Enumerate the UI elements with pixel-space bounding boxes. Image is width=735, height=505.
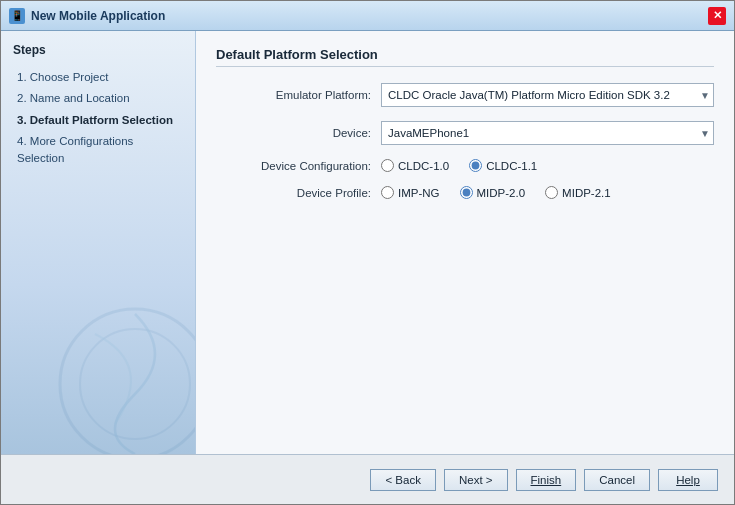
section-title: Default Platform Selection (216, 47, 714, 67)
device-profile-midp20-radio[interactable] (460, 186, 473, 199)
steps-list: 1. Choose Project 2. Name and Location 3… (13, 67, 183, 169)
device-config-cldc10[interactable]: CLDC-1.0 (381, 159, 449, 172)
device-config-control: CLDC-1.0 CLDC-1.1 (381, 159, 714, 172)
device-config-cldc11-radio[interactable] (469, 159, 482, 172)
device-label: Device: (216, 127, 381, 139)
device-config-row: Device Configuration: CLDC-1.0 CLDC-1.1 (216, 159, 714, 172)
sidebar: Steps 1. Choose Project 2. Name and Loca… (1, 31, 196, 454)
close-button[interactable]: ✕ (708, 7, 726, 25)
device-profile-midp20[interactable]: MIDP-2.0 (460, 186, 526, 199)
device-config-label: Device Configuration: (216, 160, 381, 172)
next-button[interactable]: Next > (444, 469, 508, 491)
title-bar-left: 📱 New Mobile Application (9, 8, 165, 24)
step-4: 4. More Configurations Selection (13, 131, 183, 170)
dialog-title: New Mobile Application (31, 9, 165, 23)
device-profile-impng-radio[interactable] (381, 186, 394, 199)
device-config-cldc11-label: CLDC-1.1 (486, 160, 537, 172)
emulator-platform-row: Emulator Platform: CLDC Oracle Java(TM) … (216, 83, 714, 107)
device-profile-midp21[interactable]: MIDP-2.1 (545, 186, 611, 199)
svg-point-1 (80, 329, 190, 439)
device-config-cldc11[interactable]: CLDC-1.1 (469, 159, 537, 172)
help-button[interactable]: Help (658, 469, 718, 491)
steps-heading: Steps (13, 43, 183, 57)
device-profile-midp21-label: MIDP-2.1 (562, 187, 611, 199)
device-config-cldc10-label: CLDC-1.0 (398, 160, 449, 172)
device-profile-radio-group: IMP-NG MIDP-2.0 MIDP-2.1 (381, 186, 714, 199)
finish-label: Finish (531, 474, 562, 486)
help-label: Help (676, 474, 700, 486)
finish-button[interactable]: Finish (516, 469, 577, 491)
main-content: Default Platform Selection Emulator Plat… (196, 31, 734, 454)
device-select[interactable]: JavaMEPhone1 (381, 121, 714, 145)
device-profile-control: IMP-NG MIDP-2.0 MIDP-2.1 (381, 186, 714, 199)
dialog-window: 📱 New Mobile Application ✕ Steps 1. Choo… (0, 0, 735, 505)
device-row: Device: JavaMEPhone1 ▼ (216, 121, 714, 145)
device-profile-row: Device Profile: IMP-NG MIDP-2.0 (216, 186, 714, 199)
step-1: 1. Choose Project (13, 67, 183, 88)
content-area: Steps 1. Choose Project 2. Name and Loca… (1, 31, 734, 454)
cancel-button[interactable]: Cancel (584, 469, 650, 491)
back-button[interactable]: < Back (370, 469, 435, 491)
device-control: JavaMEPhone1 ▼ (381, 121, 714, 145)
step-2: 2. Name and Location (13, 88, 183, 109)
device-select-wrapper: JavaMEPhone1 ▼ (381, 121, 714, 145)
emulator-platform-control: CLDC Oracle Java(TM) Platform Micro Edit… (381, 83, 714, 107)
app-icon: 📱 (9, 8, 25, 24)
device-profile-midp20-label: MIDP-2.0 (477, 187, 526, 199)
device-profile-label: Device Profile: (216, 187, 381, 199)
emulator-platform-label: Emulator Platform: (216, 89, 381, 101)
step-3: 3. Default Platform Selection (13, 110, 183, 131)
device-profile-impng-label: IMP-NG (398, 187, 440, 199)
emulator-platform-select[interactable]: CLDC Oracle Java(TM) Platform Micro Edit… (381, 83, 714, 107)
device-config-cldc10-radio[interactable] (381, 159, 394, 172)
device-profile-midp21-radio[interactable] (545, 186, 558, 199)
emulator-platform-select-wrapper: CLDC Oracle Java(TM) Platform Micro Edit… (381, 83, 714, 107)
watermark (55, 304, 196, 454)
device-profile-impng[interactable]: IMP-NG (381, 186, 440, 199)
footer: < Back Next > Finish Cancel Help (1, 454, 734, 504)
device-config-radio-group: CLDC-1.0 CLDC-1.1 (381, 159, 714, 172)
title-bar: 📱 New Mobile Application ✕ (1, 1, 734, 31)
